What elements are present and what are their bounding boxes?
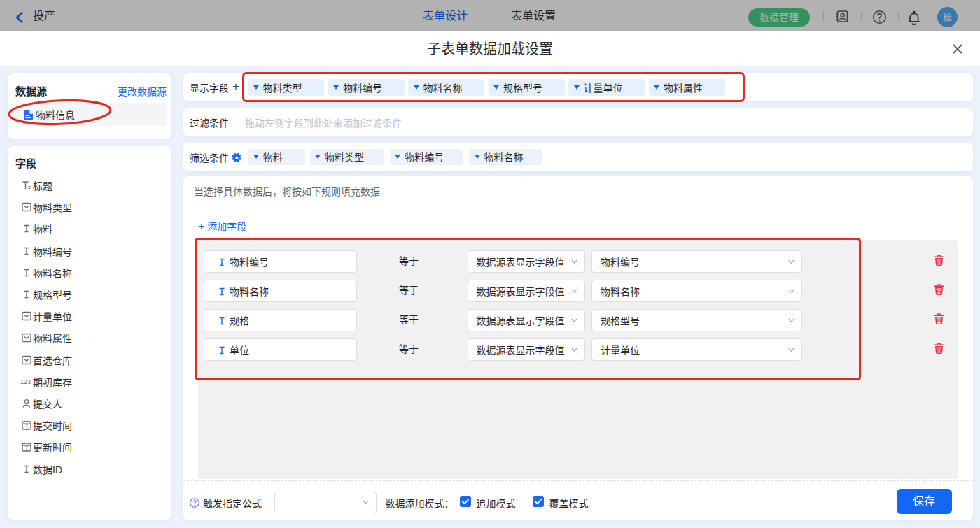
svg-text:7: 7 xyxy=(25,445,28,450)
svg-text:7: 7 xyxy=(25,424,28,429)
